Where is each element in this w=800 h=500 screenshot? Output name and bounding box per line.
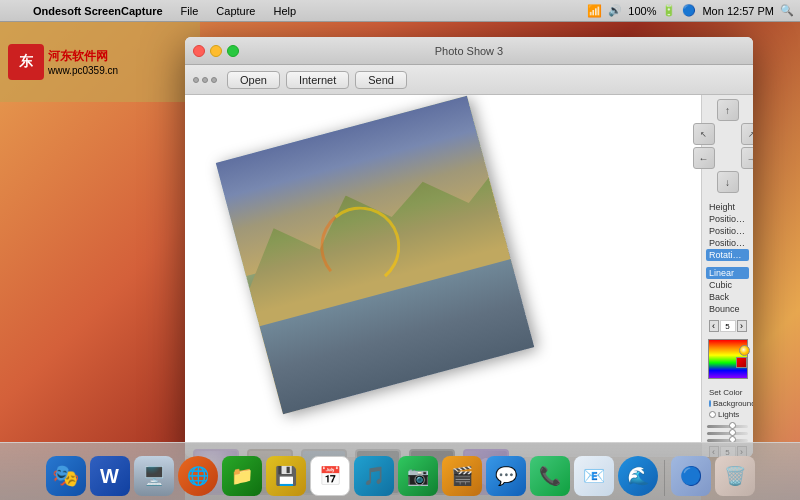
canvas-area[interactable] bbox=[185, 95, 701, 457]
properties-list: Height Position.X Position.Y Position.Z … bbox=[704, 199, 751, 263]
dock-icon-11[interactable]: 💬 bbox=[486, 456, 526, 496]
ease-cubic[interactable]: Cubic bbox=[706, 279, 749, 291]
dock-icon-15[interactable]: 🔵 bbox=[671, 456, 711, 496]
watermark: 东 河东软件网 www.pc0359.cn bbox=[0, 22, 200, 102]
radio-lights-label: Lights bbox=[718, 410, 739, 419]
dock-icon-5[interactable]: 📁 bbox=[222, 456, 262, 496]
step-up[interactable]: › bbox=[737, 320, 747, 332]
dock-icon-3[interactable]: 🖥️ bbox=[134, 456, 174, 496]
toolbar-dot-1 bbox=[193, 77, 199, 83]
battery-label: 100% bbox=[628, 5, 656, 17]
dock-icon-10[interactable]: 🎬 bbox=[442, 456, 482, 496]
color-swatch-container bbox=[708, 337, 748, 381]
dock-icon-14[interactable]: 🌊 bbox=[618, 456, 658, 496]
nav-center-space bbox=[717, 123, 739, 145]
prop-rotation[interactable]: RotationAng bbox=[706, 249, 749, 261]
window-body: ↑ ↖ ↗ ← → ↓ bbox=[185, 95, 753, 457]
dock-separator bbox=[664, 460, 665, 496]
close-button[interactable] bbox=[193, 45, 205, 57]
slider-thumb-2 bbox=[729, 429, 736, 436]
right-panel: ↑ ↖ ↗ ← → ↓ bbox=[701, 95, 753, 457]
ease-linear[interactable]: Linear bbox=[706, 267, 749, 279]
nav-center-space2 bbox=[717, 147, 739, 169]
color-wheel[interactable] bbox=[739, 345, 750, 356]
nav-left[interactable]: ← bbox=[693, 147, 715, 169]
slider-2[interactable] bbox=[707, 432, 748, 435]
desktop: 东 河东软件网 www.pc0359.cn Photo Show 3 bbox=[0, 22, 800, 500]
menu-capture[interactable]: Capture bbox=[211, 3, 260, 19]
dock-icon-9[interactable]: 📷 bbox=[398, 456, 438, 496]
prop-posy[interactable]: Position.Y bbox=[706, 225, 749, 237]
menubar-right: 📶 🔊 100% 🔋 🔵 Mon 12:57 PM 🔍 bbox=[587, 4, 794, 18]
radio-dot-lights bbox=[709, 411, 716, 418]
radio-dot-background bbox=[709, 400, 711, 407]
radio-background[interactable]: Background bbox=[706, 398, 749, 409]
nav-controls: ↑ ↖ ↗ ← → ↓ bbox=[693, 99, 754, 193]
internet-button[interactable]: Internet bbox=[286, 71, 349, 89]
menubar-left: Ondesoft ScreenCapture File Capture Help bbox=[6, 3, 301, 19]
maximize-button[interactable] bbox=[227, 45, 239, 57]
search-icon[interactable]: 🔍 bbox=[780, 4, 794, 17]
value-stepper: ‹ 5 › bbox=[706, 319, 750, 333]
menubar: Ondesoft ScreenCapture File Capture Help… bbox=[0, 0, 800, 22]
nav-up-right[interactable]: ↗ bbox=[741, 123, 754, 145]
sound-icon: 🔊 bbox=[608, 4, 622, 17]
app-window: Photo Show 3 Open Internet Send bbox=[185, 37, 753, 457]
set-color-section: Set Color Background Lights bbox=[704, 385, 751, 422]
nav-up[interactable]: ↑ bbox=[717, 99, 739, 121]
dock-icon-13[interactable]: 📧 bbox=[574, 456, 614, 496]
prop-height[interactable]: Height bbox=[706, 201, 749, 213]
minimize-button[interactable] bbox=[210, 45, 222, 57]
dock-icon-8[interactable]: 🎵 bbox=[354, 456, 394, 496]
window-toolbar: Open Internet Send bbox=[185, 65, 753, 95]
radio-background-label: Background bbox=[713, 399, 753, 408]
toolbar-dots bbox=[193, 77, 217, 83]
dock-icon-6[interactable]: 💾 bbox=[266, 456, 306, 496]
color-red-square[interactable] bbox=[736, 357, 747, 368]
dock-items: 🎭 W 🖥️ 🌐 📁 💾 📅 🎵 bbox=[46, 456, 755, 496]
toolbar-dot-2 bbox=[202, 77, 208, 83]
time-display: Mon 12:57 PM bbox=[702, 5, 774, 17]
dock-icon-12[interactable]: 📞 bbox=[530, 456, 570, 496]
dock-icon-7[interactable]: 📅 bbox=[310, 456, 350, 496]
apple-menu[interactable] bbox=[6, 9, 16, 13]
watermark-site: 河东软件网 bbox=[48, 48, 118, 65]
slider-1[interactable] bbox=[707, 425, 748, 428]
open-button[interactable]: Open bbox=[227, 71, 280, 89]
nav-right[interactable]: → bbox=[741, 147, 754, 169]
easing-list: Linear Cubic Back Bounce bbox=[704, 265, 751, 317]
dock: 🎭 W 🖥️ 🌐 📁 💾 📅 🎵 bbox=[0, 442, 800, 500]
ease-back[interactable]: Back bbox=[706, 291, 749, 303]
watermark-url: www.pc0359.cn bbox=[48, 65, 118, 76]
menu-file[interactable]: File bbox=[176, 3, 204, 19]
window-titlebar: Photo Show 3 bbox=[185, 37, 753, 65]
watermark-logo: 东 bbox=[8, 44, 44, 80]
step-value: 5 bbox=[720, 320, 736, 332]
photo-display bbox=[216, 96, 534, 414]
nav-up-left[interactable]: ↖ bbox=[693, 123, 715, 145]
dock-icon-4[interactable]: 🌐 bbox=[178, 456, 218, 496]
step-down[interactable]: ‹ bbox=[709, 320, 719, 332]
menu-help[interactable]: Help bbox=[268, 3, 301, 19]
send-button[interactable]: Send bbox=[355, 71, 407, 89]
slider-row-2 bbox=[704, 431, 751, 436]
slider-thumb-1 bbox=[729, 422, 736, 429]
dock-finder[interactable]: 🎭 bbox=[46, 456, 86, 496]
slider-row-1 bbox=[704, 424, 751, 429]
wifi-icon: 📶 bbox=[587, 4, 602, 18]
dock-icon-16[interactable]: 🗑️ bbox=[715, 456, 755, 496]
battery-icon: 🔋 bbox=[662, 4, 676, 17]
window-title: Photo Show 3 bbox=[435, 45, 504, 57]
toolbar-dot-3 bbox=[211, 77, 217, 83]
set-color-label: Set Color bbox=[706, 387, 749, 398]
prop-posz[interactable]: Position.Z bbox=[706, 237, 749, 249]
nav-down[interactable]: ↓ bbox=[717, 171, 739, 193]
ease-bounce[interactable]: Bounce bbox=[706, 303, 749, 315]
bluetooth-icon: 🔵 bbox=[682, 4, 696, 17]
photo-inner bbox=[216, 96, 534, 414]
traffic-lights bbox=[193, 45, 239, 57]
dock-icon-2[interactable]: W bbox=[90, 456, 130, 496]
app-name[interactable]: Ondesoft ScreenCapture bbox=[28, 3, 168, 19]
prop-posx[interactable]: Position.X bbox=[706, 213, 749, 225]
radio-lights[interactable]: Lights bbox=[706, 409, 749, 420]
